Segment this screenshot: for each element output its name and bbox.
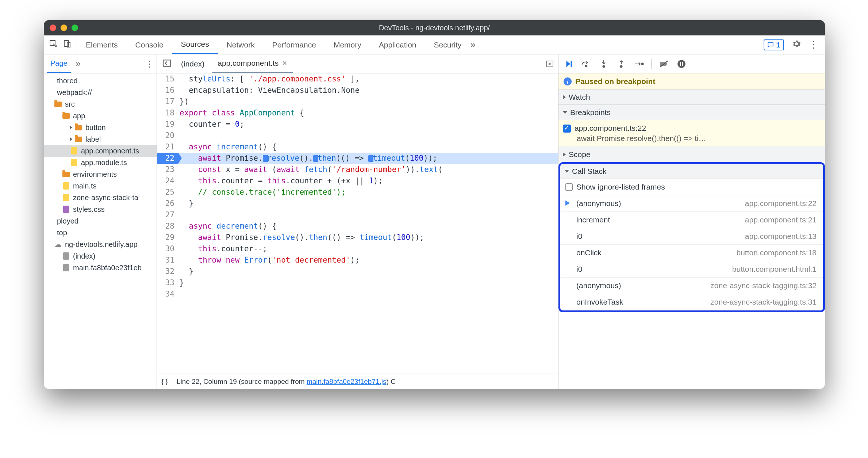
scope-section[interactable]: Scope — [558, 147, 825, 162]
settings-icon[interactable] — [792, 39, 801, 50]
panel-tab-network[interactable]: Network — [218, 35, 264, 54]
callstack-frame[interactable]: i0app.component.ts:13 — [560, 228, 823, 245]
maximize-window-icon[interactable] — [72, 24, 78, 31]
device-toggle-icon[interactable] — [63, 39, 72, 50]
tree-item[interactable]: main.fa8bfa0e23f1eb — [44, 262, 157, 274]
tree-item[interactable]: button — [44, 122, 157, 133]
info-icon: i — [564, 77, 572, 85]
more-panels-icon[interactable]: » — [470, 39, 475, 50]
panel-tab-sources[interactable]: Sources — [172, 35, 218, 54]
watch-section[interactable]: Watch — [558, 89, 825, 105]
sidebar-kebab-icon[interactable]: ⋮ — [145, 59, 154, 69]
tree-item[interactable]: styles.css — [44, 203, 157, 215]
page-subtab[interactable]: Page — [47, 54, 71, 73]
callstack-frame[interactable]: onClickbutton.component.ts:18 — [560, 245, 823, 261]
editor-tabs: (index)app.component.ts× — [157, 54, 558, 73]
svg-point-11 — [677, 60, 685, 68]
debugger-pane: i Paused on breakpoint Watch Breakpoints… — [558, 54, 825, 389]
tree-item[interactable]: src — [44, 98, 157, 110]
debugger-toolbar — [558, 54, 825, 73]
svg-point-9 — [642, 63, 644, 65]
tree-item[interactable]: webpack:// — [44, 87, 157, 98]
tree-item[interactable]: label — [44, 133, 157, 145]
deactivate-breakpoints-icon[interactable] — [659, 59, 669, 69]
callstack-section[interactable]: Call Stack — [560, 164, 823, 179]
tree-item[interactable]: environments — [44, 168, 157, 180]
breakpoints-section[interactable]: Breakpoints — [558, 105, 825, 120]
step-over-icon[interactable] — [581, 59, 591, 69]
editor-tab[interactable]: (index) — [175, 54, 210, 73]
kebab-menu-icon[interactable]: ⋮ — [809, 39, 818, 50]
source-map-link[interactable]: main.fa8bfa0e23f1eb71.js — [307, 378, 387, 385]
tree-item[interactable]: app.component.ts — [44, 145, 157, 157]
tree-item[interactable]: app — [44, 110, 157, 122]
breakpoint-item[interactable]: app.component.ts:22 await Promise.resolv… — [558, 120, 825, 147]
callstack-frame[interactable]: (anonymous)zone-async-stack-tagging.ts:3… — [560, 278, 823, 294]
tree-item[interactable]: thored — [44, 75, 157, 87]
panel-tab-memory[interactable]: Memory — [325, 35, 370, 54]
tree-item[interactable]: main.ts — [44, 180, 157, 192]
paused-banner: i Paused on breakpoint — [558, 73, 825, 89]
file-tree: thoredwebpack://srcappbuttonlabelapp.com… — [44, 73, 157, 389]
editor-pane: (index)app.component.ts× 15 styleUrls: [… — [157, 54, 558, 389]
editor-status-bar: { } Line 22, Column 19 (source mapped fr… — [157, 374, 558, 389]
svg-rect-3 — [163, 60, 170, 66]
tree-item[interactable]: zone-async-stack-ta — [44, 192, 157, 203]
show-ignored-frames[interactable]: Show ignore-listed frames — [560, 179, 823, 195]
step-icon[interactable] — [634, 59, 644, 69]
breakpoint-checkbox[interactable] — [563, 125, 571, 133]
svg-rect-12 — [680, 62, 681, 66]
pretty-print-icon[interactable]: { } — [161, 378, 168, 386]
panel-tab-elements[interactable]: Elements — [77, 35, 127, 54]
breakpoint-location: app.component.ts:22 — [575, 124, 820, 133]
resume-icon[interactable] — [564, 59, 574, 69]
tree-item[interactable]: app.module.ts — [44, 157, 157, 168]
step-into-icon[interactable] — [599, 59, 609, 69]
issues-count: 1 — [776, 41, 780, 49]
breakpoint-snippet: await Promise.resolve().then(() => ti… — [575, 134, 820, 143]
callstack-highlight: Call Stack Show ignore-listed frames (an… — [558, 162, 825, 312]
nav-back-icon[interactable] — [160, 58, 174, 69]
titlebar: DevTools - ng-devtools.netlify.app/ — [44, 20, 825, 35]
paused-message: Paused on breakpoint — [575, 77, 655, 86]
callstack-frame[interactable]: i0button.component.html:1 — [560, 261, 823, 278]
tree-item[interactable]: ployed — [44, 215, 157, 227]
tree-item[interactable]: ☁ng-devtools.netlify.app — [44, 238, 157, 250]
svg-rect-13 — [682, 62, 683, 66]
panel-tab-performance[interactable]: Performance — [264, 35, 325, 54]
issues-badge[interactable]: 1 — [764, 39, 784, 50]
step-out-icon[interactable] — [616, 59, 626, 69]
tree-item[interactable]: top — [44, 227, 157, 238]
ignored-checkbox[interactable] — [565, 183, 573, 191]
svg-point-7 — [603, 65, 605, 67]
minimize-window-icon[interactable] — [61, 24, 67, 31]
panel-tab-console[interactable]: Console — [127, 35, 172, 54]
close-window-icon[interactable] — [50, 24, 56, 31]
cursor-position: Line 22, Column 19 — [177, 378, 237, 385]
run-snippet-icon[interactable] — [545, 60, 554, 69]
callstack-frame[interactable]: (anonymous)app.component.ts:22 — [560, 195, 823, 212]
code-editor[interactable]: 15 styleUrls: [ './app.component.css' ],… — [157, 73, 558, 374]
pause-exceptions-icon[interactable] — [676, 59, 687, 69]
navigator-sidebar: Page » ⋮ thoredwebpack://srcappbuttonlab… — [44, 54, 157, 389]
editor-tab[interactable]: app.component.ts× — [212, 54, 293, 73]
close-tab-icon[interactable]: × — [282, 58, 287, 68]
panel-tab-application[interactable]: Application — [370, 35, 425, 54]
more-subtabs-icon[interactable]: » — [76, 58, 81, 69]
svg-rect-1 — [64, 41, 69, 46]
panel-tabs: ElementsConsoleSourcesNetworkPerformance… — [44, 35, 825, 54]
tree-item[interactable]: (index) — [44, 250, 157, 262]
window-title: DevTools - ng-devtools.netlify.app/ — [379, 24, 490, 32]
svg-point-6 — [585, 65, 587, 67]
inspect-icon[interactable] — [49, 39, 58, 50]
panel-tab-security[interactable]: Security — [425, 35, 470, 54]
callstack-frame[interactable]: incrementapp.component.ts:21 — [560, 212, 823, 228]
devtools-window: DevTools - ng-devtools.netlify.app/ Elem… — [44, 20, 825, 389]
svg-rect-5 — [571, 61, 572, 67]
svg-point-8 — [621, 65, 622, 67]
callstack-frame[interactable]: onInvokeTaskzone-async-stack-tagging.ts:… — [560, 294, 823, 310]
